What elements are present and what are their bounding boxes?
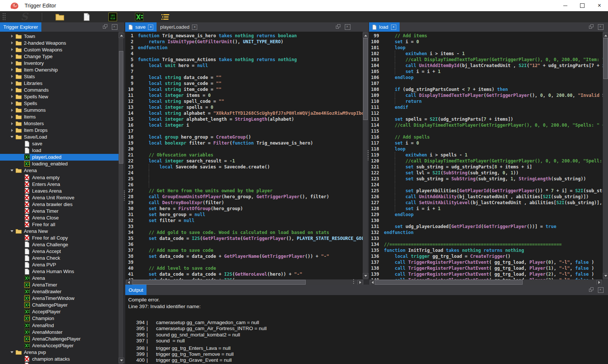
new-document-tool-icon[interactable] [84, 13, 90, 21]
save-code-editor[interactable]: 1function Trig_newsave_is_hero takes not… [125, 32, 363, 281]
tree-item[interactable]: champion attacks [0, 355, 119, 362]
tree-item[interactable]: Arena pvp [0, 349, 119, 355]
collapse-arrow-icon[interactable] [10, 170, 14, 171]
tree-item[interactable]: Leaves Arena [0, 187, 119, 194]
tree-item[interactable]: Spells New [0, 93, 119, 100]
tab-playerLoaded[interactable]: playerLoaded [157, 22, 201, 32]
tree-item[interactable]: Monsters [0, 120, 119, 127]
expand-arrow-icon[interactable] [10, 95, 14, 98]
scroll-down-icon[interactable] [363, 273, 368, 278]
tree-item[interactable]: Items [0, 114, 119, 120]
close-panel-icon[interactable] [112, 24, 117, 30]
tree-item[interactable]: AcceptPlayer [0, 308, 119, 315]
tree-item[interactable] [0, 362, 119, 364]
expand-arrow-icon[interactable] [10, 41, 14, 44]
tree-item[interactable]: loading_enabled [0, 161, 119, 167]
scroll-thumb[interactable] [132, 280, 306, 285]
expand-arrow-icon[interactable] [10, 35, 14, 38]
tab-output[interactable]: Output [125, 285, 147, 295]
expand-arrow-icon[interactable] [10, 61, 14, 64]
expand-arrow-icon[interactable] [10, 122, 14, 125]
tree-item[interactable]: Arena Check [0, 255, 119, 262]
tree-item[interactable]: Arena Close [0, 214, 119, 221]
scroll-right-icon[interactable] [596, 280, 602, 285]
tree-item[interactable]: ArenaAcceptPlayer [0, 342, 119, 349]
splitter-handle[interactable] [367, 150, 369, 160]
scroll-down-icon[interactable] [119, 358, 124, 363]
tree-item[interactable]: ArenaMonster [0, 329, 119, 335]
tree-item[interactable]: playerLoaded [0, 154, 119, 161]
close-panel-icon[interactable] [598, 287, 604, 293]
tree-item[interactable]: Custom Weapons [0, 46, 119, 53]
scroll-thumb[interactable] [363, 38, 368, 120]
tree-item[interactable]: Commands [0, 86, 119, 93]
tree-item[interactable]: Inventory [0, 60, 119, 66]
expand-arrow-icon[interactable] [10, 115, 14, 118]
tab-trigger-explorer[interactable]: Trigger Explorer [0, 22, 41, 32]
tree-item[interactable]: 2-handed Weapons [0, 39, 119, 46]
close-tab-icon[interactable] [192, 25, 197, 30]
close-tab-icon[interactable] [391, 25, 396, 30]
float-panel-icon[interactable] [589, 287, 593, 292]
scroll-up-icon[interactable] [119, 33, 124, 38]
scroll-up-icon[interactable] [603, 33, 608, 38]
expand-arrow-icon[interactable] [10, 109, 14, 112]
float-panel-icon[interactable] [335, 24, 340, 29]
collapse-arrow-icon[interactable] [10, 230, 14, 232]
scroll-thumb[interactable] [603, 38, 608, 79]
expand-arrow-icon[interactable] [10, 55, 14, 58]
folder-tool-icon[interactable] [56, 13, 64, 20]
tab-save[interactable]: save [125, 22, 157, 32]
float-panel-icon[interactable] [103, 24, 107, 29]
tree-item[interactable]: Town [0, 33, 119, 39]
tree-item[interactable]: Arena Unit Remove [0, 194, 119, 201]
tree-item[interactable]: Arena brawler dies [0, 201, 119, 208]
tree-item[interactable]: ArenaBrawler [0, 288, 119, 295]
tree-item[interactable]: Change Type [0, 53, 119, 60]
tree-item[interactable]: Spells [0, 100, 119, 107]
tree-item[interactable]: Stats [0, 73, 119, 80]
tree-item[interactable]: Save/Load [0, 134, 119, 140]
tree-item[interactable]: Enters Arena [0, 181, 119, 187]
tree-item[interactable]: ArenaChallengePlayer [0, 335, 119, 342]
float-panel-icon[interactable] [589, 24, 593, 29]
editor-hscrollbar[interactable] [369, 279, 602, 285]
tab-load[interactable]: load [369, 22, 400, 32]
tree-item[interactable]: Free for all Copy [0, 234, 119, 241]
splitter-handle[interactable] [123, 190, 125, 200]
close-panel-icon[interactable] [598, 24, 604, 30]
tree-item[interactable]: ChallengePlayer [0, 302, 119, 308]
expand-arrow-icon[interactable] [10, 88, 14, 91]
toolbar-grip-handle[interactable] [2, 13, 6, 21]
scroll-up-icon[interactable] [363, 33, 368, 38]
tree-item[interactable]: Arena Human Wins [0, 268, 119, 275]
tree-item[interactable]: Arena empty [0, 174, 119, 181]
tree-item[interactable]: ArenaTimerWindow [0, 295, 119, 302]
tree-item[interactable]: Free for all [0, 221, 119, 228]
collapse-arrow-icon[interactable] [10, 351, 14, 353]
scroll-right-icon[interactable] [357, 280, 363, 285]
maximize-button[interactable] [574, 0, 591, 11]
expand-arrow-icon[interactable] [10, 68, 14, 71]
tree-item[interactable]: save [0, 140, 119, 147]
list-tool-icon[interactable] [161, 13, 170, 20]
editor-vscrollbar[interactable] [603, 32, 608, 279]
tree-item[interactable]: Champion [0, 315, 119, 322]
tree-item[interactable]: ArenaRnd [0, 322, 119, 329]
close-window-button[interactable]: × [591, 0, 608, 11]
minimize-button[interactable] [557, 0, 574, 11]
close-tab-icon[interactable] [148, 25, 153, 30]
binary-tool-icon[interactable]: 101010 [108, 13, 117, 21]
expand-arrow-icon[interactable] [10, 102, 14, 105]
close-panel-icon[interactable] [345, 24, 350, 30]
scroll-thumb[interactable] [375, 280, 523, 285]
tree-item[interactable]: Arena PVP [0, 262, 119, 268]
expand-arrow-icon[interactable] [10, 75, 14, 78]
editor-hscrollbar[interactable] [126, 279, 363, 285]
tree-item[interactable]: load [0, 147, 119, 154]
tree-item[interactable]: Summons [0, 107, 119, 114]
tree-scroll-thumb[interactable] [119, 51, 123, 164]
script-tool-icon[interactable] [135, 13, 144, 21]
tree-scrollbar[interactable] [119, 32, 123, 364]
tree-item[interactable]: Arena New [0, 228, 119, 234]
